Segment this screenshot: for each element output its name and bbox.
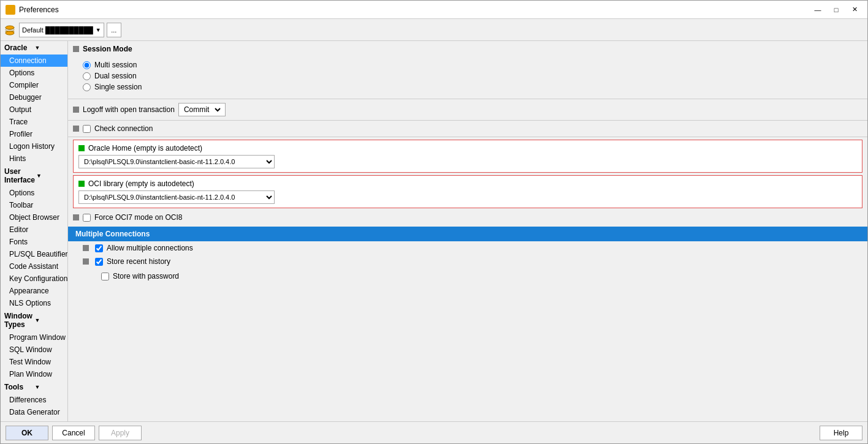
logoff-indicator — [73, 107, 79, 113]
store-recent-section: Store recent history Store with password — [68, 255, 867, 283]
allow-multiple-label[interactable]: Allow multiple connections — [95, 244, 193, 252]
sidebar-item-test-window[interactable]: Test Window — [1, 356, 67, 368]
sidebar-item-object-browser[interactable]: Object Browser — [1, 211, 67, 224]
force-oci7-checkbox[interactable] — [83, 214, 91, 222]
title-bar: Preferences — □ ✕ — [1, 1, 867, 19]
oci-library-indicator — [78, 181, 85, 187]
sidebar-item-debugger[interactable]: Debugger — [1, 91, 67, 103]
force-oci7-label[interactable]: Force OCI7 mode on OCI8 — [83, 213, 182, 222]
radio-multi-session-label: Multi session — [94, 61, 137, 69]
app-icon — [6, 5, 15, 15]
check-connection-section: Check connection — [68, 122, 867, 135]
section-indicator — [73, 46, 79, 52]
sidebar-item-output[interactable]: Output — [1, 103, 67, 116]
sidebar-group-window-types[interactable]: Window Types ▼ — [1, 309, 67, 331]
radio-dual-session-input[interactable] — [83, 72, 91, 80]
session-mode-header: Session Mode — [68, 41, 867, 57]
footer: OK Cancel Apply Help — [1, 421, 867, 443]
close-button[interactable]: ✕ — [847, 4, 862, 16]
store-password-checkbox[interactable] — [101, 273, 109, 280]
sidebar-item-plsql-beautifier[interactable]: PL/SQL Beautifier — [1, 248, 67, 260]
connection-dropdown[interactable]: Default ██████████ ▼ — [19, 23, 104, 37]
sidebar-group-tools[interactable]: Tools ▼ — [1, 380, 67, 394]
sidebar-item-compiler[interactable]: Compiler — [1, 79, 67, 91]
session-mode-title: Session Mode — [83, 45, 132, 53]
sidebar-item-sql-window[interactable]: SQL Window — [1, 344, 67, 356]
oracle-home-box: Oracle Home (empty is autodetect) D:\pls… — [73, 140, 862, 173]
logoff-label: Logoff with open transaction — [83, 105, 175, 114]
help-button[interactable]: Help — [820, 426, 862, 440]
chevron-down-icon: ▼ — [35, 317, 64, 323]
oracle-home-dropdown[interactable]: D:\plsql\PLSQL9.0\instantclient-basic-nt… — [78, 155, 275, 168]
main-content: Oracle ▼ Connection Options Compiler Deb… — [1, 41, 867, 421]
check-conn-indicator — [73, 126, 79, 132]
oracle-home-select[interactable]: D:\plsql\PLSQL9.0\instantclient-basic-nt… — [79, 157, 274, 166]
logoff-section: Logoff with open transaction Commit Roll… — [68, 100, 867, 119]
logoff-select[interactable]: Commit Rollback — [181, 105, 223, 115]
apply-button[interactable]: Apply — [99, 426, 142, 440]
sidebar-item-hints[interactable]: Hints — [1, 152, 67, 165]
oci-library-label: OCI library (empty is autodetect) — [88, 179, 194, 188]
dropdown-arrow: ▼ — [96, 27, 101, 33]
sidebar-group-user-interface[interactable]: User Interface ▼ — [1, 165, 67, 187]
sidebar-item-connection[interactable]: Connection — [1, 55, 67, 67]
sidebar-item-differences[interactable]: Differences — [1, 394, 67, 406]
store-password-label[interactable]: Store with password — [101, 272, 179, 280]
cancel-button[interactable]: Cancel — [52, 426, 95, 440]
oracle-home-label: Oracle Home (empty is autodetect) — [88, 144, 202, 152]
connection-value: Default ██████████ — [22, 26, 93, 34]
force-oci7-indicator — [73, 214, 79, 220]
oracle-home-indicator — [78, 145, 85, 151]
force-oci7-section: Force OCI7 mode on OCI8 — [68, 211, 867, 224]
sidebar-item-fonts[interactable]: Fonts — [1, 236, 67, 248]
allow-multiple-checkbox[interactable] — [95, 244, 103, 252]
sidebar-item-key-config[interactable]: Key Configuration — [1, 273, 67, 285]
session-mode-content: Multi session Dual session Single sessio… — [68, 57, 867, 97]
chevron-down-icon: ▼ — [35, 384, 64, 390]
radio-multi-session-input[interactable] — [83, 61, 91, 69]
check-connection-label[interactable]: Check connection — [83, 124, 153, 133]
radio-dual-session[interactable]: Dual session — [83, 72, 853, 80]
maximize-button[interactable]: □ — [828, 4, 844, 16]
oci-library-dropdown[interactable]: D:\plsql\PLSQL9.0\instantclient-basic-nt… — [78, 190, 275, 204]
content-panel: Session Mode Multi session Dual session … — [68, 41, 867, 421]
svg-point-1 — [6, 31, 14, 35]
store-recent-indicator — [83, 258, 89, 265]
sidebar-item-appearance[interactable]: Appearance — [1, 285, 67, 297]
database-icon — [3, 23, 17, 37]
check-connection-checkbox[interactable] — [83, 125, 91, 133]
store-recent-checkbox[interactable] — [95, 258, 103, 266]
sidebar-item-options[interactable]: Options — [1, 67, 67, 79]
more-button[interactable]: ... — [107, 23, 121, 37]
oci-library-box: OCI library (empty is autodetect) D:\pls… — [73, 175, 862, 208]
sidebar-item-nls-options[interactable]: NLS Options — [1, 297, 67, 309]
ok-button[interactable]: OK — [6, 426, 48, 440]
sidebar-item-toolbar[interactable]: Toolbar — [1, 199, 67, 211]
toolbar: Default ██████████ ▼ ... — [1, 19, 867, 41]
window-controls: — □ ✕ — [810, 4, 862, 16]
chevron-down-icon: ▼ — [35, 45, 64, 51]
sidebar-item-logon-history[interactable]: Logon History — [1, 140, 67, 152]
radio-single-session-label: Single session — [94, 83, 142, 91]
allow-multiple-indicator — [83, 245, 89, 251]
sidebar-item-program-window[interactable]: Program Window — [1, 331, 67, 344]
separator-2 — [68, 120, 867, 121]
logoff-dropdown[interactable]: Commit Rollback — [178, 103, 226, 116]
sidebar-item-editor[interactable]: Editor — [1, 224, 67, 236]
window-title: Preferences — [19, 6, 810, 14]
oci-library-select[interactable]: D:\plsql\PLSQL9.0\instantclient-basic-nt… — [79, 193, 274, 201]
separator-3 — [68, 137, 867, 137]
sidebar-group-oracle[interactable]: Oracle ▼ — [1, 41, 67, 55]
store-recent-label[interactable]: Store recent history — [95, 257, 170, 266]
radio-dual-session-label: Dual session — [94, 72, 137, 80]
radio-single-session[interactable]: Single session — [83, 83, 853, 91]
sidebar-item-code-assistant[interactable]: Code Assistant — [1, 260, 67, 273]
minimize-button[interactable]: — — [810, 4, 826, 16]
sidebar-item-profiler[interactable]: Profiler — [1, 128, 67, 140]
sidebar-item-trace[interactable]: Trace — [1, 116, 67, 128]
sidebar-item-data-generator[interactable]: Data Generator — [1, 406, 67, 418]
radio-multi-session[interactable]: Multi session — [83, 61, 853, 69]
sidebar-item-ui-options[interactable]: Options — [1, 187, 67, 199]
sidebar-item-plan-window[interactable]: Plan Window — [1, 368, 67, 380]
radio-single-session-input[interactable] — [83, 83, 91, 91]
